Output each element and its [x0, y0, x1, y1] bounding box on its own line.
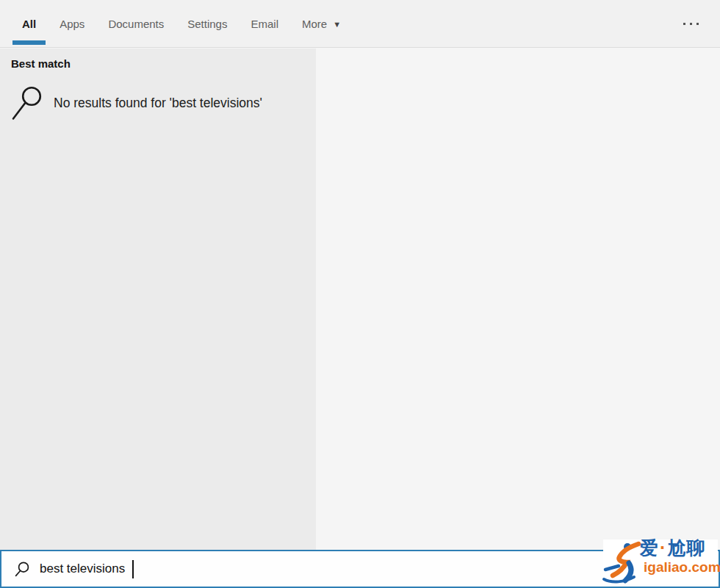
watermark-brand-dot: ·: [659, 537, 667, 558]
tab-more-label: More: [302, 18, 327, 30]
tab-all[interactable]: All: [12, 0, 46, 47]
watermark-brand-first: 爱: [640, 537, 659, 558]
tab-documents-label: Documents: [108, 18, 164, 30]
results-panel: Best match No results found for 'best te…: [0, 49, 316, 550]
tab-settings[interactable]: Settings: [178, 0, 237, 47]
tab-email-label: Email: [251, 18, 278, 30]
ellipsis-dot: [696, 23, 699, 25]
best-match-heading: Best match: [11, 57, 71, 70]
tab-apps[interactable]: Apps: [50, 0, 94, 47]
watermark-site-url: igaliao.com: [644, 559, 720, 576]
search-icon: [9, 84, 44, 122]
ellipsis-dot: [690, 23, 692, 25]
search-filter-tabbar: All Apps Documents Settings Email More ▼: [0, 0, 720, 48]
text-cursor: [132, 560, 134, 578]
watermark-brand-rest: 尬聊: [667, 537, 705, 558]
no-results-row[interactable]: No results found for 'best televisions': [9, 84, 262, 122]
tab-documents[interactable]: Documents: [98, 0, 173, 47]
watermark-brand-text: 爱·尬聊: [640, 538, 705, 559]
search-window: All Apps Documents Settings Email More ▼…: [0, 0, 720, 588]
running-person-logo-icon: [602, 540, 644, 584]
tab-settings-label: Settings: [187, 18, 227, 30]
tab-more[interactable]: More ▼: [292, 0, 350, 47]
search-icon: [14, 561, 30, 578]
watermark-logo: 爱·尬聊 igaliao.com: [603, 539, 718, 584]
ellipsis-dot: [683, 23, 685, 25]
tab-apps-label: Apps: [60, 18, 84, 30]
no-results-message: No results found for 'best televisions': [54, 96, 262, 111]
preview-panel: [316, 49, 720, 550]
tab-email[interactable]: Email: [241, 0, 288, 47]
tab-all-label: All: [22, 18, 36, 30]
ellipsis-icon[interactable]: [680, 18, 701, 29]
chevron-down-icon: ▼: [333, 21, 341, 29]
